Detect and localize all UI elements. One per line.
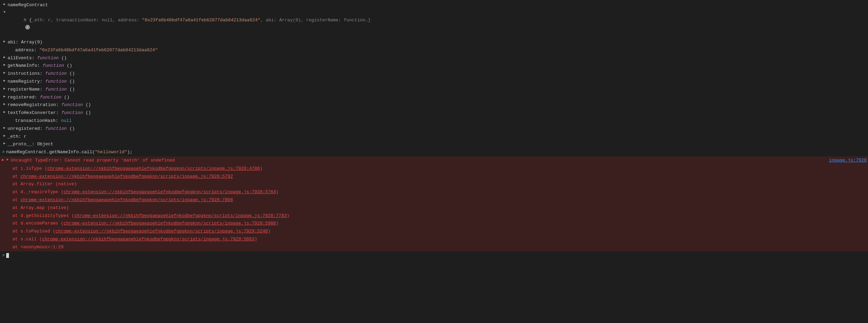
expand-arrow-instructions[interactable] bbox=[2, 70, 7, 76]
expand-arrow-nameregistry[interactable] bbox=[2, 78, 7, 84]
nameregcontract-label: nameRegContract bbox=[8, 2, 48, 9]
expand-arrow-texttohex[interactable] bbox=[2, 110, 7, 115]
abi-array-line[interactable]: abi: Array(9) bbox=[0, 39, 868, 46]
expand-arrow-proto[interactable] bbox=[2, 141, 7, 146]
stack-line-3: at d._requireType (chrome-extension://nk… bbox=[0, 188, 868, 196]
nameregistry-line[interactable]: nameRegistry: function () bbox=[0, 78, 868, 86]
stack-link-0[interactable]: chrome-extension://nkbihfbeogaeaoehlefnk… bbox=[47, 166, 260, 171]
instructions-line[interactable]: instructions: function () bbox=[0, 70, 868, 78]
getnameinfo-line[interactable]: getNameInfo: function () bbox=[0, 62, 868, 70]
stack-line-5: at Array.map (native) bbox=[0, 204, 868, 212]
stack-link-7[interactable]: chrome-extension://nkbihfbeogaeaoehlefnk… bbox=[63, 221, 276, 226]
stack-line-4: at chrome-extension://nkbihfbeogaeaoehle… bbox=[0, 196, 868, 204]
stack-link-3[interactable]: chrome-extension://nkbihfbeogaeaoehlefnk… bbox=[63, 189, 276, 195]
prompt-cursor[interactable] bbox=[6, 253, 9, 258]
expand-arrow-registername[interactable] bbox=[2, 86, 7, 92]
stack-link-6[interactable]: chrome-extension://nkbihfbeogaeaoehlefnk… bbox=[74, 213, 286, 218]
expand-arrow-removeregistration[interactable] bbox=[2, 102, 7, 107]
registered-line[interactable]: registered: function () bbox=[0, 94, 868, 102]
info-icon[interactable]: i bbox=[25, 25, 30, 30]
stack-line-1: at chrome-extension://nkbihfbeogaeaoehle… bbox=[0, 173, 868, 181]
error-message: Uncaught TypeError: Cannot read property… bbox=[11, 157, 175, 164]
stack-link-8[interactable]: chrome-extension://nkbihfbeogaeaoehlefnk… bbox=[55, 229, 268, 234]
expand-arrow-abi[interactable] bbox=[2, 39, 7, 44]
proto-line[interactable]: __proto__: Object bbox=[0, 140, 868, 148]
stack-link-9[interactable]: chrome-extension://nkbihfbeogaeaoehlefnk… bbox=[42, 237, 254, 242]
address-text: address: "0x23fa6b40bdf47a6a41feb62077da… bbox=[15, 47, 158, 54]
h-object-text: h {_eth: r, transactionHash: null, addre… bbox=[8, 10, 371, 38]
stack-line-9: at s.call (chrome-extension://nkbihfbeog… bbox=[0, 236, 868, 243]
expand-arrow-registered[interactable] bbox=[2, 94, 7, 100]
expand-arrow-error[interactable] bbox=[5, 157, 10, 163]
abi-label: abi: Array(9) bbox=[8, 39, 42, 46]
nameregcontract-header[interactable]: nameRegContract bbox=[0, 1, 868, 9]
command-text: nameRegContract.getNameInfo.call("hellow… bbox=[6, 149, 133, 156]
expand-arrow-getnameinfo[interactable] bbox=[2, 62, 7, 68]
transactionhash-line: transactionHash: null bbox=[0, 117, 868, 125]
stack-link-4[interactable]: chrome-extension://nkbihfbeogaeaoehlefnk… bbox=[20, 197, 233, 202]
expand-arrow-eth[interactable] bbox=[2, 133, 7, 139]
prompt-symbol: > bbox=[2, 252, 5, 259]
stack-line-8: at s.toPayload (chrome-extension://nkbih… bbox=[0, 228, 868, 236]
stack-link-1[interactable]: chrome-extension://nkbihfbeogaeaoehlefnk… bbox=[20, 174, 233, 179]
stack-line-6: at d.getSolidityTypes (chrome-extension:… bbox=[0, 212, 868, 220]
stack-line-7: at d.encodeParams (chrome-extension://nk… bbox=[0, 220, 868, 228]
removeregistration-line[interactable]: removeRegistration: function () bbox=[0, 101, 868, 109]
command-prompt: > bbox=[2, 149, 5, 156]
command-line: > nameRegContract.getNameInfo.call("hell… bbox=[0, 148, 868, 156]
error-icon: ● bbox=[1, 157, 4, 164]
console-panel: nameRegContract h {_eth: r, transactionH… bbox=[0, 0, 868, 323]
expand-arrow-nameregcontract[interactable] bbox=[2, 2, 7, 7]
error-source[interactable]: inpage.js:7928 bbox=[822, 157, 867, 164]
expand-arrow-unregistered[interactable] bbox=[2, 125, 7, 131]
stack-line-0: at i.isType (chrome-extension://nkbihfbe… bbox=[0, 165, 868, 173]
error-main-line: ● Uncaught TypeError: Cannot read proper… bbox=[0, 156, 868, 165]
unregistered-line[interactable]: unregistered: function () bbox=[0, 125, 868, 133]
h-object-line[interactable]: h {_eth: r, transactionHash: null, addre… bbox=[0, 9, 868, 39]
expand-arrow-allevents[interactable] bbox=[2, 55, 7, 60]
registername-line[interactable]: registerName: function () bbox=[0, 86, 868, 94]
eth-line[interactable]: _eth: r bbox=[0, 133, 868, 141]
error-block: ● Uncaught TypeError: Cannot read proper… bbox=[0, 156, 868, 251]
allevents-line[interactable]: allEvents: function () bbox=[0, 54, 868, 62]
address-line: address: "0x23fa6b40bdf47a6a41feb62077da… bbox=[0, 46, 868, 54]
prompt-line[interactable]: > bbox=[0, 251, 868, 260]
collapse-arrow-h[interactable] bbox=[2, 10, 7, 15]
stack-line-10: at <anonymous>:1:29 bbox=[0, 243, 868, 251]
texttohexconverter-line[interactable]: textToHexConverter: function () bbox=[0, 109, 868, 117]
stack-line-2: at Array.filter (native) bbox=[0, 180, 868, 188]
